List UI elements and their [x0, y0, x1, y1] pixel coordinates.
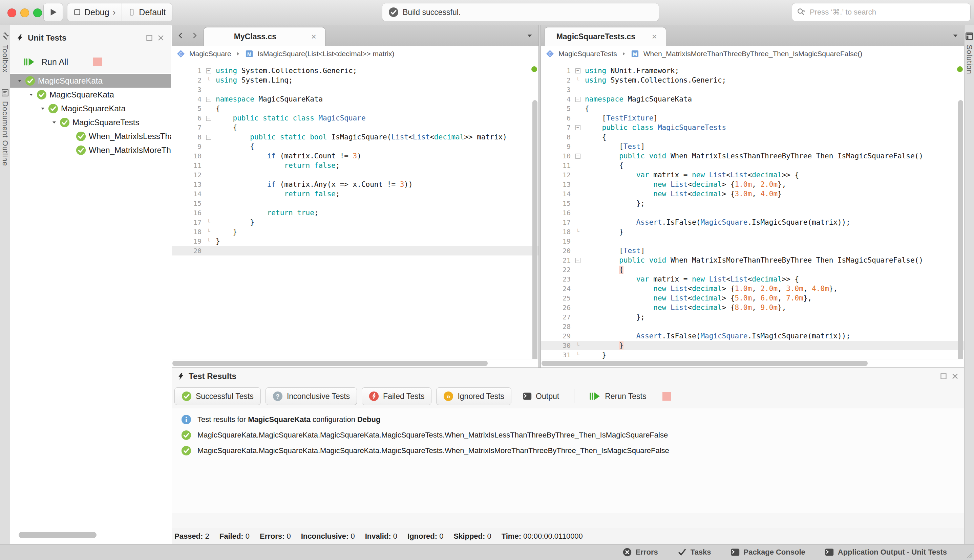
window-minimize-button[interactable]: [20, 8, 29, 17]
expander-icon[interactable]: [52, 120, 57, 125]
vertical-scrollbar[interactable]: [958, 100, 963, 367]
statusbar-item-package-console[interactable]: Package Console: [731, 548, 805, 557]
fold-collapse-icon[interactable]: −: [575, 97, 580, 102]
result-row[interactable]: MagicSquareKata.MagicSquareKata.MagicSqu…: [172, 427, 964, 443]
dock-item-solution[interactable]: Solution: [965, 32, 974, 75]
tab-myclass[interactable]: MyClass.cs ×: [204, 27, 326, 46]
rerun-tests-button[interactable]: Rerun Tests: [583, 387, 653, 405]
close-pad-icon[interactable]: [157, 34, 165, 42]
filter-inconclusive-tests[interactable]: ?Inconclusive Tests: [266, 387, 357, 405]
dock-item-toolbox[interactable]: Toolbox: [1, 32, 10, 73]
statusbar-item-errors[interactable]: Errors: [623, 548, 658, 557]
fold-margin: [573, 208, 582, 218]
code-line: 11 {: [541, 161, 964, 170]
breadcrumb-member[interactable]: IsMagicSquare(List<List<decimal>> matrix…: [258, 50, 394, 58]
filter-failed-tests[interactable]: Failed Tests: [362, 387, 431, 405]
close-tab-icon[interactable]: ×: [311, 32, 316, 41]
tree-item-label: When_MatrixIsLessThanThreeByThree_Then_I…: [89, 132, 171, 141]
statusbar-item-application-output-unit-tests[interactable]: Application Output - Unit Tests: [825, 548, 947, 557]
code-line: 3: [541, 85, 964, 94]
tree-item-label: MagicSquareKata: [49, 90, 114, 100]
run-button[interactable]: [43, 3, 63, 21]
fold-collapse-icon[interactable]: −: [206, 135, 211, 140]
run-all-label[interactable]: Run All: [41, 57, 68, 67]
fold-margin[interactable]: −: [573, 94, 582, 104]
code-line: 27 };: [541, 312, 964, 322]
tree-item[interactable]: MagicSquareKata: [10, 88, 171, 102]
tree-item[interactable]: MagicSquareKata: [10, 74, 171, 88]
code-text: [213, 246, 216, 255]
expander-icon[interactable]: [17, 78, 22, 83]
dock-item-document-outline[interactable]: Document Outline: [1, 88, 10, 166]
breadcrumb-container[interactable]: MagicSquareTests: [558, 50, 617, 58]
svg-text:M: M: [633, 52, 637, 57]
code-line: 10− public void When_MatrixIsLessThanThr…: [541, 151, 964, 161]
statusbar-item-tasks[interactable]: Tasks: [678, 548, 711, 557]
result-row[interactable]: Test results for MagicSquareKata configu…: [172, 412, 964, 427]
fold-margin[interactable]: −: [573, 255, 582, 265]
output-button[interactable]: Output: [516, 387, 566, 405]
test-tree: MagicSquareKataMagicSquareKataMagicSquar…: [10, 74, 171, 157]
horizontal-scrollbar[interactable]: [172, 359, 538, 367]
tab-list-dropdown-icon[interactable]: [526, 32, 533, 39]
breadcrumb-container[interactable]: MagicSquare: [189, 50, 231, 58]
close-pad-icon[interactable]: [951, 373, 959, 380]
sidebar-horizontal-scrollbar[interactable]: [18, 532, 97, 538]
fold-collapse-icon[interactable]: −: [575, 153, 580, 159]
global-search[interactable]: [792, 3, 971, 21]
filter-ignored-tests[interactable]: »Ignored Tests: [436, 387, 511, 405]
fold-collapse-icon[interactable]: −: [206, 97, 211, 102]
code-editor[interactable]: 1−using System.Collections.Generic;2└usi…: [172, 62, 538, 359]
fold-collapse-icon[interactable]: −: [206, 68, 211, 73]
configuration-selector[interactable]: Debug › Default: [67, 3, 172, 21]
expander-icon[interactable]: [40, 106, 45, 111]
line-number: 13: [541, 180, 573, 189]
vertical-scrollbar[interactable]: [532, 100, 538, 367]
editor-splitter[interactable]: [538, 25, 541, 367]
fold-margin[interactable]: −: [573, 123, 582, 132]
fold-margin[interactable]: −: [573, 151, 582, 161]
stop-swatch-icon[interactable]: [93, 58, 102, 66]
window-zoom-button[interactable]: [33, 8, 42, 17]
fold-margin[interactable]: −: [573, 66, 582, 75]
tree-item-label: MagicSquareKata: [38, 76, 103, 86]
fold-collapse-icon[interactable]: −: [575, 258, 580, 263]
navigate-forward-icon[interactable]: [191, 32, 198, 39]
tree-item[interactable]: When_MatrixIsMoreThanThreeByThree_Then_I…: [10, 143, 171, 157]
fold-collapse-icon[interactable]: −: [575, 125, 580, 130]
resize-grip[interactable]: [964, 550, 972, 558]
stop-swatch-icon[interactable]: [662, 392, 671, 401]
class-icon: C: [177, 49, 185, 58]
fold-margin[interactable]: −: [204, 132, 213, 142]
window-close-button[interactable]: [7, 8, 16, 17]
fold-margin: [573, 170, 582, 180]
navigate-back-icon[interactable]: [177, 32, 184, 39]
filter-successful-tests[interactable]: Successful Tests: [174, 387, 261, 405]
tree-item[interactable]: MagicSquareKata: [10, 102, 171, 115]
run-all-icon[interactable]: [24, 57, 35, 67]
tree-item[interactable]: MagicSquareTests: [10, 115, 171, 129]
search-input[interactable]: [809, 7, 966, 17]
device-config-segment[interactable]: Default: [122, 3, 172, 21]
code-line: 2└using System.Linq;: [172, 75, 538, 85]
debug-config-segment[interactable]: Debug ›: [67, 3, 122, 21]
tab-tests[interactable]: MagicSquareTests.cs ×: [544, 27, 666, 46]
horizontal-scrollbar[interactable]: [541, 359, 964, 367]
result-row[interactable]: MagicSquareKata.MagicSquareKata.MagicSqu…: [172, 443, 964, 458]
dock-pad-icon[interactable]: [145, 34, 153, 42]
dock-pad-icon[interactable]: [940, 373, 947, 380]
code-editor[interactable]: 1−using NUnit.Framework;2└using System.C…: [541, 62, 964, 359]
fold-collapse-icon[interactable]: −: [206, 116, 211, 121]
fold-margin[interactable]: −: [204, 113, 213, 123]
tab-list-dropdown-icon[interactable]: [952, 32, 959, 39]
close-tab-icon[interactable]: ×: [652, 32, 657, 41]
fold-margin[interactable]: −: [204, 94, 213, 104]
breadcrumb-member[interactable]: When_MatrixIsMoreThanThreeByThree_Then_I…: [643, 50, 862, 58]
tree-item[interactable]: When_MatrixIsLessThanThreeByThree_Then_I…: [10, 129, 171, 143]
lightning-icon: [16, 34, 24, 42]
code-text: {: [582, 132, 606, 142]
expander-icon[interactable]: [28, 92, 34, 97]
fold-collapse-icon[interactable]: −: [575, 68, 580, 73]
fold-margin[interactable]: −: [204, 66, 213, 75]
code-text: }: [213, 218, 254, 227]
